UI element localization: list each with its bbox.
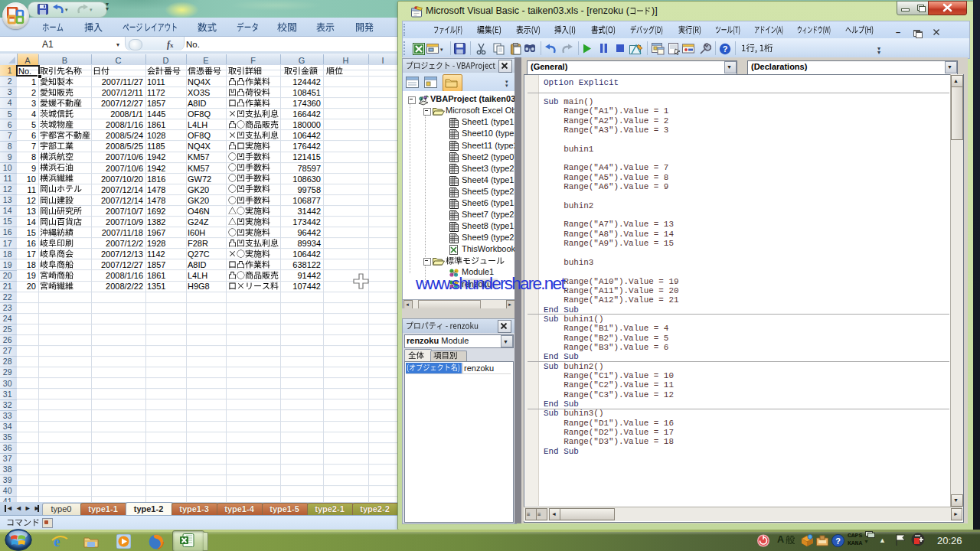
svg-text:?: ? — [723, 44, 728, 54]
svg-text:?: ? — [835, 536, 841, 546]
